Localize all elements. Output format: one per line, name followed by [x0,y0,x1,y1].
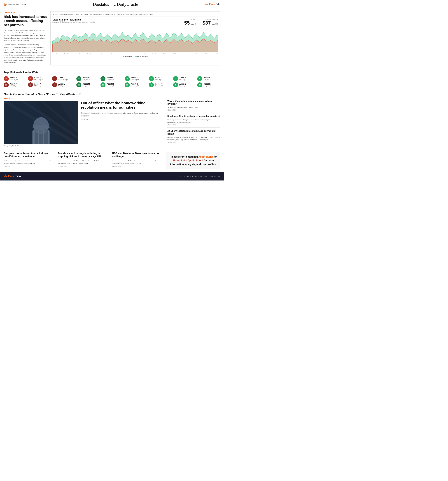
asset-info: Asset I Low, avg 31 [203,77,211,81]
asset-info: Asset M Low, avg 67 [83,83,90,87]
footer-logo-icon [4,174,7,178]
asset-name: Asset H [179,77,187,79]
asset-info: Asset K HIGH, avg 44 [34,83,43,87]
bottom-headline: UBS and Deutsche Bank lose bonus tax cha… [112,152,160,158]
asset-item-asset-f: 11 Asset F Low, avg 19 [125,76,148,81]
risk-body-p2: These strikes span across various sector… [4,43,47,64]
risk-index-label: Risk Index [184,18,196,20]
company-label: Daedalus Inc. [4,11,47,14]
flutter-labs-logo-text: FlutterLabs [209,3,220,6]
asset-item-asset-l: 55 Asset L HIGH, avg 50 [52,83,75,87]
asset-name: Asset F [131,77,139,79]
asset-name: Asset J [10,83,20,85]
asset-badge: 25 [197,76,202,81]
sidebar-article-1: Don't trust AI until we build systems th… [167,113,220,128]
asset-name: Asset B [34,77,43,79]
header-date-section: Thursday, July 30, 2024 [4,3,26,6]
risk-index-title: Daedalus Inc Risk Index [52,18,95,21]
cta-link-asset-tables[interactable]: Asset Tables [199,156,214,158]
asset-item-asset-p: 32 Asset P Low, avg 34 [149,83,172,87]
asset-badge: 11 [125,76,130,81]
legend-risk-index: Risk Index [123,56,132,57]
risk-index-title-block: Daedalus Inc Risk Index Average of all a… [52,18,95,23]
cta-link-flutter-portal[interactable]: Flutter Labs Apollo Portal [173,159,203,162]
bottom-summary: Supreme court backs HMRC and rules bonus… [112,159,160,165]
asset-detail: V HIGH, avg 15 [58,79,69,81]
sidebar-date: 11 June 2023 [167,142,220,143]
featured-image-inner [4,101,78,144]
asset-item-asset-k: 52 Asset K HIGH, avg 44 [28,83,51,87]
asset-info: Asset B HIGH, avg 18 [34,77,43,81]
footer-logo: FlutterLabs [4,174,21,178]
risk-notice: 📊 The Daedalus Risk Index tracks global … [52,13,218,16]
featured-text: Out of office: what the homeworking revo… [81,101,164,147]
legend-risk-label: Risk Index [125,56,132,57]
chart-legend: Risk Index Dollar in Danger [52,56,218,57]
bottom-cta: Please refer to attached Asset Tables or… [166,152,220,169]
asset-name: Asset R [203,83,211,85]
footer-copyright: © 2024 RIPA AI Inc. dba Flutter Labs – C… [180,175,220,177]
asset-info: Asset L HIGH, avg 50 [58,83,67,87]
asset-item-asset-i: 25 Asset I Low, avg 31 [197,76,220,81]
asset-name: Asset A [10,77,20,79]
asset-detail: V HIGH, avg 16 [10,85,20,87]
asset-detail: Low, avg 78 [107,79,115,81]
asset-info: Asset D Low, avg 70 [83,77,90,81]
risk-index-value: 55 avg 40 [184,20,196,26]
dollar-avg: avg $30 [212,23,218,25]
risk-stats: Risk Index 55 avg 40 Dollar in Danger (m… [184,18,218,26]
asset-badge: 18 [173,76,178,81]
asset-detail: Low, avg 34 [155,85,163,87]
asset-name: Asset I [203,77,211,79]
bottom-summary: Draft law would force intermediaries to … [4,159,52,165]
asset-item-asset-n: 36 Asset N Low, avg 40 [100,83,124,87]
cta-text: Please refer to attached Asset Tables or… [170,155,217,166]
risk-index-header: Daedalus Inc Risk Index Average of all a… [52,18,218,26]
asset-info: Asset G Low, avg 18 [155,77,163,81]
globe-icon [4,3,7,6]
asset-badge: 52 [28,83,33,87]
asset-info: Asset E Low, avg 78 [107,77,115,81]
risk-section: Daedalus Inc. Risk has increased across … [0,9,224,68]
asset-detail: Low, avg 22 [179,79,187,81]
asset-detail: Low, avg 70 [83,79,90,81]
featured-headline: Out of office: what the homeworking revo… [81,101,164,110]
asset-name: Asset C [58,77,69,79]
image-caption: Photograph by Hieu Vu Minh [4,145,78,147]
dollar-label: Dollar in Danger (m) [202,18,218,20]
asset-item-asset-e: 77 Asset E Low, avg 78 [100,76,124,81]
page-header: Thursday, July 30, 2024 Daedalus Inc Dai… [0,0,224,9]
asset-name: Asset D [83,77,90,79]
chart-x-labels: May 15 May 20 May 25 May 30 Jun 5 Jun 10… [52,53,218,55]
asset-badge: 31 [4,76,9,81]
bottom-article-0: European commission to crack down on off… [4,152,55,169]
asset-item-asset-r: 16 Asset R Low, avg 30 [197,83,220,87]
featured-time: 1 hour ago [81,119,164,120]
asset-detail: HIGH, avg 44 [34,85,43,87]
svg-point-17 [5,175,6,176]
asset-detail: V HIGH, avg 15 [10,79,20,81]
risk-index-avg: avg 40 [191,23,196,25]
asset-item-asset-d: 66 Asset D Low, avg 70 [76,76,99,81]
bottom-headline: European commission to crack down on off… [4,152,52,158]
asset-info: Asset N Low, avg 40 [107,83,115,87]
sidebar-article-2: Az Uber vesztesége meghaladta az egymill… [167,128,220,145]
risk-body-p1: The Daedalus Inc Risk Index above normal… [4,29,47,42]
asset-item-asset-m: 66 Asset M Low, avg 67 [76,83,99,87]
asset-badge: 77 [100,76,106,81]
asset-item-asset-c: 55 Asset C V HIGH, avg 15 [52,76,75,81]
asset-detail: Low, avg 33 [131,85,139,87]
asset-detail: Low, avg 19 [131,79,139,81]
bottom-article-2: UBS and Deutsche Bank lose bonus tax cha… [112,152,163,169]
asset-detail: Low, avg 30 [203,85,211,87]
asset-item-asset-a: 31 Asset A V HIGH, avg 15 [4,76,27,81]
featured-image-block: Photograph by Hieu Vu Minh [4,101,78,147]
sidebar-summary: Humanity must retain the right to reject… [167,119,220,123]
sidebar-summary: Progress in artificial intelligence beli… [167,136,220,141]
asset-badge: 32 [149,83,154,87]
header-date: Thursday, July 30, 2024 [8,3,26,6]
risk-left-panel: Daedalus Inc. Risk has increased across … [4,11,47,66]
risk-index-panel: 📊 The Daedalus Risk Index tracks global … [50,11,220,66]
asset-badge: 66 [76,83,81,87]
legend-risk-dot [123,56,124,57]
